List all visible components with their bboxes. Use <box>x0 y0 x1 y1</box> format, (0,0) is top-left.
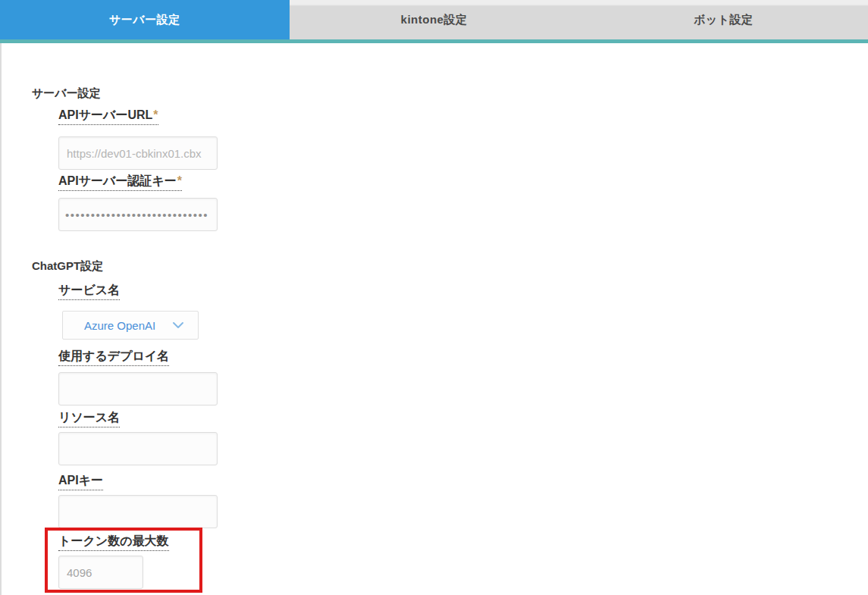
deploy-name-label: 使用するデプロイ名 <box>58 349 169 366</box>
api-server-url-label-row: APIサーバーURL* <box>58 108 868 125</box>
api-server-auth-key-input[interactable] <box>58 198 218 231</box>
api-key-label-row: APIキー <box>58 473 868 490</box>
highlight-box: トークン数の最大数 <box>45 528 202 593</box>
deploy-name-label-row: 使用するデプロイ名 <box>58 349 868 366</box>
required-asterisk: * <box>177 174 182 187</box>
plugin-settings-screen: サーバー設定 kintone設定 ボット設定 サーバー設定 APIサーバーURL… <box>0 0 868 595</box>
service-name-label-row: サービス名 <box>58 283 868 300</box>
deploy-name-input[interactable] <box>58 372 218 406</box>
resource-name-input[interactable] <box>58 432 218 465</box>
service-name-select[interactable]: Azure OpenAI <box>62 311 199 340</box>
service-name-label: サービス名 <box>58 283 120 300</box>
api-key-input[interactable] <box>58 495 218 528</box>
max-tokens-input[interactable] <box>58 556 143 589</box>
api-server-auth-key-label-row: APIサーバー認証キー* <box>58 174 868 191</box>
required-asterisk: * <box>153 108 158 121</box>
settings-form: サーバー設定 APIサーバーURL* APIサーバー認証キー* ChatGPT設… <box>0 43 868 595</box>
api-key-label: APIキー <box>58 473 103 490</box>
tab-bot-settings[interactable]: ボット設定 <box>578 0 868 39</box>
tab-server-settings[interactable]: サーバー設定 <box>0 0 290 39</box>
max-tokens-label: トークン数の最大数 <box>58 534 169 551</box>
resource-name-label-row: リソース名 <box>58 410 868 427</box>
tab-bar: サーバー設定 kintone設定 ボット設定 <box>0 0 868 39</box>
api-server-auth-key-label: APIサーバー認証キー* <box>58 174 182 191</box>
service-name-selected-value: Azure OpenAI <box>84 319 155 332</box>
api-server-url-input[interactable] <box>58 136 218 170</box>
resource-name-label: リソース名 <box>58 410 120 427</box>
tab-kintone-settings[interactable]: kintone設定 <box>290 0 579 39</box>
server-section-heading: サーバー設定 <box>32 86 868 99</box>
max-tokens-label-row: トークン数の最大数 <box>58 534 199 551</box>
chevron-down-icon <box>172 321 184 329</box>
chatgpt-section-heading: ChatGPT設定 <box>32 259 868 272</box>
api-server-url-label: APIサーバーURL* <box>58 108 158 125</box>
